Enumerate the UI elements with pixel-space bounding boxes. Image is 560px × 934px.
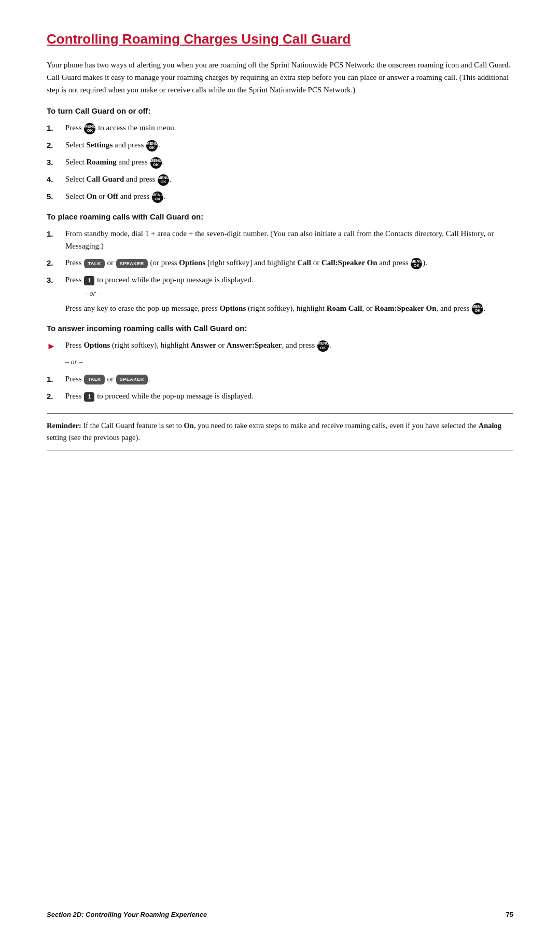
- section1-heading: To turn Call Guard on or off:: [47, 106, 513, 115]
- menu-ok-btn: MENUOK: [317, 340, 329, 352]
- section3-bullet-section: ► Press Options (right softkey), highlig…: [47, 339, 513, 366]
- step-content: Select Call Guard and press MENUOK.: [65, 173, 513, 186]
- section1-step2: 2. Select Settings and press MENUOK.: [47, 139, 513, 152]
- one-btn: 1: [84, 276, 94, 285]
- step-number: 2.: [47, 256, 65, 269]
- menu-ok-btn: MENUOK: [472, 303, 483, 314]
- footer: Section 2D: Controlling Your Roaming Exp…: [47, 911, 513, 918]
- step-number: 1.: [47, 121, 65, 134]
- step-content: Press TALK or SPEAKER (or press Options …: [65, 256, 513, 269]
- step-content: Select Roaming and press MENUOK.: [65, 156, 513, 169]
- page-title: Controlling Roaming Charges Using Call G…: [47, 31, 513, 47]
- step-number: 5.: [47, 190, 65, 203]
- section2-step2: 2. Press TALK or SPEAKER (or press Optio…: [47, 256, 513, 269]
- section1-step3: 3. Select Roaming and press MENUOK.: [47, 156, 513, 169]
- section1-list: 1. Press MENUOK to access the main menu.…: [47, 121, 513, 203]
- section2-step3: 3. Press 1 to proceed while the pop-up m…: [47, 273, 513, 314]
- section3-step2: 2. Press 1 to proceed while the pop-up m…: [47, 390, 513, 403]
- section3-heading: To answer incoming roaming calls with Ca…: [47, 324, 513, 333]
- menu-ok-btn: MENUOK: [146, 140, 158, 152]
- menu-ok-btn: MENUOK: [158, 174, 169, 186]
- intro-paragraph: Your phone has two ways of alerting you …: [47, 59, 513, 96]
- bullet-content: Press Options (right softkey), highlight…: [65, 339, 513, 352]
- step-number: 3.: [47, 273, 65, 286]
- step-content: Select Settings and press MENUOK.: [65, 139, 513, 152]
- step-content: Press 1 to proceed while the pop-up mess…: [65, 390, 513, 402]
- section2-step1: 1. From standby mode, dial 1 + area code…: [47, 227, 513, 252]
- step-number: 3.: [47, 156, 65, 169]
- talk-btn: TALK: [84, 259, 104, 268]
- or-divider: – or –: [65, 358, 513, 366]
- section2-list: 1. From standby mode, dial 1 + area code…: [47, 227, 513, 314]
- step-number: 2.: [47, 139, 65, 152]
- footer-section-label: Section 2D: Controlling Your Roaming Exp…: [47, 911, 207, 918]
- step-content: Press TALK or SPEAKER.: [65, 373, 513, 385]
- step-number: 1.: [47, 227, 65, 240]
- step-number: 4.: [47, 173, 65, 186]
- speaker-btn: SPEAKER: [116, 259, 148, 268]
- section3-list: 1. Press TALK or SPEAKER. 2. Press 1 to …: [47, 373, 513, 403]
- speaker-btn: SPEAKER: [116, 375, 148, 384]
- section1-step1: 1. Press MENUOK to access the main menu.: [47, 121, 513, 134]
- step-number: 2.: [47, 390, 65, 403]
- step-content: Press 1 to proceed while the pop-up mess…: [65, 273, 513, 314]
- page-content: Controlling Roaming Charges Using Call G…: [0, 0, 560, 492]
- step-number: 1.: [47, 373, 65, 386]
- section2-heading: To place roaming calls with Call Guard o…: [47, 212, 513, 221]
- menu-ok-btn: MENUOK: [84, 123, 95, 134]
- step-content: Press MENUOK to access the main menu.: [65, 121, 513, 134]
- menu-ok-btn: MENUOK: [152, 191, 163, 203]
- bullet-arrow-icon: ►: [47, 339, 65, 354]
- reminder-label: Reminder:: [47, 421, 81, 430]
- step-content: From standby mode, dial 1 + area code + …: [65, 227, 513, 252]
- menu-ok-btn: MENUOK: [411, 258, 422, 269]
- talk-btn: TALK: [84, 375, 104, 384]
- reminder-box: Reminder: If the Call Guard feature is s…: [47, 413, 513, 450]
- section1-step4: 4. Select Call Guard and press MENUOK.: [47, 173, 513, 186]
- section3-bullet-item: ► Press Options (right softkey), highlig…: [47, 339, 513, 354]
- step-content: Select On or Off and press MENUOK.: [65, 190, 513, 203]
- or-divider: – or –: [84, 288, 513, 299]
- section1-step5: 5. Select On or Off and press MENUOK.: [47, 190, 513, 203]
- one-btn: 1: [84, 392, 94, 402]
- section3-step1: 1. Press TALK or SPEAKER.: [47, 373, 513, 386]
- footer-page-number: 75: [506, 911, 513, 918]
- menu-ok-btn: MENUOK: [150, 157, 162, 169]
